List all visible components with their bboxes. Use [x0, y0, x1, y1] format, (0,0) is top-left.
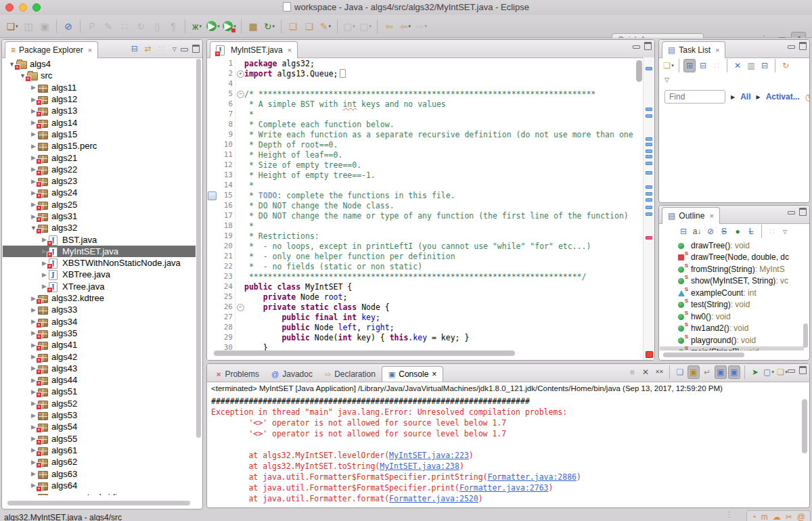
fold-collapse-icon[interactable]: − — [237, 91, 244, 98]
outline-item-drawTree(Node, double, dc[interactable]: SdrawTree(Node, double, dc — [660, 252, 804, 264]
code-line[interactable]: 15 * TODO: complete the functions in thi… — [207, 190, 654, 200]
scroll-lock-button[interactable]: ▣ — [687, 365, 700, 379]
new-java-project-button[interactable]: ▦ — [246, 18, 261, 35]
tree-item-XBSTWithNonStaticNode.java[interactable]: ▶J×XBSTWithNonStaticNode.java — [3, 257, 196, 269]
tree-item-src[interactable]: ▼×src — [3, 70, 196, 81]
code-line[interactable]: 21 * - only one helper function per defi… — [207, 251, 654, 261]
hide-local-types-button[interactable]: L — [745, 225, 757, 238]
tree-item-algs13[interactable]: ▶×algs13 — [3, 105, 196, 116]
code-line[interactable]: 22 * - no fields (static or non static) — [207, 261, 654, 271]
code-line[interactable]: 29 public Node(int key) { this.key = key… — [207, 332, 654, 342]
tab-console[interactable]: ▣ Console × — [382, 366, 443, 382]
info-annotation-marker[interactable] — [646, 67, 652, 70]
outline-item-exampleCount[interactable]: SexampleCount : int — [660, 287, 804, 299]
info-annotation-marker[interactable] — [646, 171, 652, 175]
tree-item-algs21[interactable]: ▶×algs21 — [3, 152, 196, 163]
expand-arrow[interactable]: ▶ — [30, 307, 37, 313]
tree-item-algs43[interactable]: ▶×algs43 — [3, 363, 196, 374]
stacktrace-link[interactable]: Formatter.java:2763 — [459, 483, 549, 493]
task-annotation-marker[interactable] — [646, 236, 652, 240]
error-annotation-marker[interactable] — [646, 351, 653, 358]
code-line[interactable]: 13 * Height of empty tree==-1. — [207, 170, 654, 180]
show-stderr-button[interactable]: ▣ — [728, 365, 740, 379]
tray-cut-icon[interactable]: ✂ — [786, 512, 792, 521]
outline-item-hw1and2()[interactable]: Shw1and2() : void — [660, 323, 804, 335]
expand-arrow[interactable]: ▶ — [30, 494, 37, 495]
maximize-view-button[interactable] — [644, 42, 652, 50]
word-wrap-button[interactable]: ↵ — [701, 365, 713, 379]
tree-item-algs14[interactable]: ▶×algs14 — [3, 116, 196, 128]
code-line[interactable]: 1package algs32; — [207, 58, 654, 68]
info-annotation-marker[interactable] — [646, 185, 652, 189]
tree-item-algs23[interactable]: ▶×algs23 — [3, 175, 196, 187]
hide-fields-button[interactable]: ⊘ — [704, 225, 717, 238]
hide-completed-button[interactable]: ✕ — [731, 59, 744, 72]
link-with-editor-button[interactable]: ⇄ — [142, 42, 154, 55]
vertical-scrollbar[interactable] — [196, 59, 201, 438]
info-annotation-marker[interactable] — [646, 198, 652, 202]
code-line[interactable]: 4 — [207, 78, 654, 89]
minimize-view-button[interactable] — [633, 45, 640, 49]
tree-item-algs15[interactable]: ▶algs15 — [3, 129, 196, 140]
expand-arrow[interactable]: ▶ — [757, 94, 761, 100]
minimize-view-button[interactable] — [788, 45, 795, 49]
external-tools-button[interactable]: ↻▾ — [262, 18, 277, 35]
outline-tab[interactable]: ▤ Outline × — [662, 207, 720, 224]
code-line[interactable]: 10 * Depth of root==0. — [207, 139, 654, 150]
tray-drag-handle[interactable]: ⋮ — [725, 510, 732, 519]
tree-item-algs4[interactable]: ▼×algs4 — [3, 58, 196, 70]
tree-item-algs31[interactable]: ▶×algs31 — [3, 210, 196, 222]
open-package-button[interactable]: ❏ — [302, 18, 317, 35]
tree-item-algs52[interactable]: ▶×algs52 — [3, 398, 196, 409]
view-menu-button[interactable]: ▽ — [783, 229, 787, 235]
close-icon[interactable]: × — [288, 46, 292, 54]
outline-item-test(String)[interactable]: Stest(String) : void — [660, 299, 804, 311]
sort-button[interactable]: a↓ — [691, 225, 703, 238]
info-annotation-marker[interactable] — [646, 108, 652, 111]
close-icon[interactable]: × — [709, 212, 713, 220]
tray-clock-icon[interactable]: ◔ — [752, 512, 757, 521]
close-icon[interactable]: × — [88, 46, 92, 54]
collapse-toolbar-chevron[interactable]: ▽ — [664, 76, 669, 83]
tree-item-algs61[interactable]: ▶×algs61 — [3, 445, 196, 456]
tree-item-algs64[interactable]: ▶×algs64 — [3, 480, 196, 491]
tree-item-algs22[interactable]: ▶×algs22 — [3, 164, 196, 175]
expand-arrow[interactable]: ▶ — [30, 470, 37, 477]
horizontal-scrollbar[interactable] — [663, 353, 744, 357]
new-wizard-button[interactable]: ❏▾ — [5, 18, 20, 35]
close-icon[interactable]: × — [715, 46, 719, 54]
vertical-scrollbar[interactable] — [802, 399, 807, 453]
tree-item-algs32.kdtree[interactable]: ▶×algs32.kdtree — [3, 292, 196, 304]
code-line[interactable]: 17 * DO NOT change the name or type of a… — [207, 210, 654, 221]
maximize-view-button[interactable] — [799, 208, 807, 216]
minimize-view-button[interactable] — [788, 369, 795, 373]
tree-item-algs24[interactable]: ▶×algs24 — [3, 187, 196, 198]
code-line[interactable]: 11 * Height of leaf==0. — [207, 150, 654, 160]
code-line[interactable]: 12 * Size of empty tree==0. — [207, 160, 654, 170]
tree-item-algs42[interactable]: ▶×algs42 — [3, 350, 196, 362]
collapse-all-button[interactable]: ⊟ — [129, 42, 141, 55]
expand-arrow[interactable]: ▶ — [41, 271, 48, 278]
info-annotation-marker[interactable] — [646, 137, 652, 141]
tree-item-algs12[interactable]: ▶×algs12 — [3, 93, 196, 105]
close-icon[interactable]: × — [432, 369, 436, 379]
skip-all-breakpoints-button[interactable]: ⊘ — [61, 18, 76, 35]
tree-item-algs25[interactable]: ▶×algs25 — [3, 199, 196, 210]
expand-arrow[interactable]: ▶ — [731, 94, 735, 100]
stacktrace-link[interactable]: MyIntSET.java:223 — [389, 451, 469, 460]
info-annotation-marker[interactable] — [646, 114, 652, 118]
hide-static-members-button[interactable]: S — [718, 225, 730, 238]
tree-item-com.sun.tools.jdi[interactable]: ▶com.sun.tools.jdi — [3, 491, 196, 495]
vertical-scrollbar[interactable] — [803, 323, 808, 348]
code-line[interactable]: 23 *************************************… — [207, 271, 654, 281]
tree-item-XTree.java[interactable]: ▶J×XTree.java — [3, 281, 196, 292]
debug-button[interactable]: ж▾ — [189, 18, 204, 35]
stacktrace-link[interactable]: MyIntSET.java:238 — [380, 461, 459, 471]
info-annotation-marker[interactable] — [646, 143, 652, 146]
tree-item-algs34[interactable]: ▶×algs34 — [3, 316, 196, 327]
back-button[interactable]: ⇦▾ — [398, 18, 413, 35]
info-annotation-marker[interactable] — [646, 162, 652, 165]
run-last-launched-button[interactable]: ▶▾ — [222, 18, 237, 35]
stacktrace-link[interactable]: Formatter.java:2886 — [488, 472, 577, 482]
categorized-view-button[interactable]: ⊞ — [683, 59, 696, 72]
